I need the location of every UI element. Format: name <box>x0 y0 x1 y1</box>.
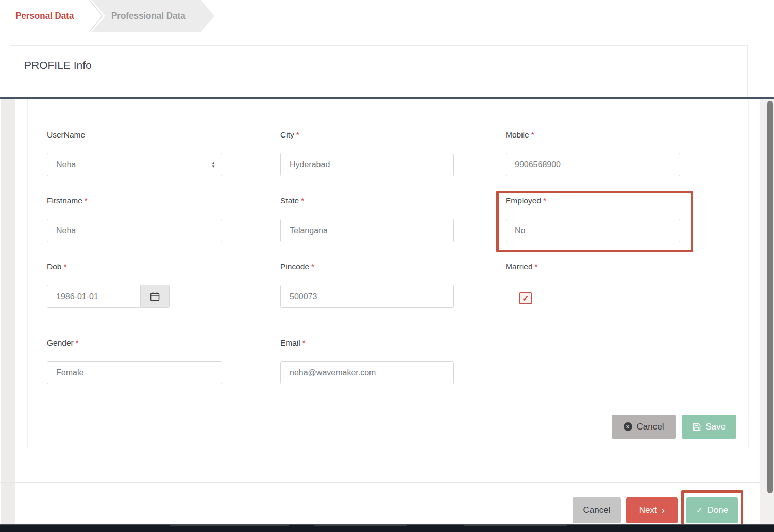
page-footer-divider <box>0 482 760 483</box>
firstname-label: Firstname <box>47 196 82 205</box>
required-asterisk: * <box>543 196 546 205</box>
tab-professional-data-label: Professional Data <box>111 11 186 21</box>
required-asterisk: * <box>76 338 79 347</box>
employed-field-group: Employed* <box>506 196 680 242</box>
firstname-input[interactable] <box>47 219 222 242</box>
email-label: Email <box>280 338 300 347</box>
married-checkbox[interactable]: ✓ <box>519 292 532 304</box>
chevron-right-icon: › <box>662 505 665 515</box>
required-asterisk: * <box>302 338 306 347</box>
city-label: City <box>280 130 294 139</box>
tab-professional-data[interactable]: Professional Data <box>92 0 214 32</box>
calendar-icon <box>150 291 160 301</box>
wizard-form-page: Personal Data Professional Data PROFILE … <box>0 0 774 532</box>
employed-input[interactable] <box>506 219 680 242</box>
dob-input[interactable] <box>47 285 141 308</box>
checkmark-icon: ✓ <box>522 293 529 304</box>
username-select[interactable]: Neha ▲▼ <box>47 153 222 176</box>
firstname-field-group: Firstname* <box>47 196 222 242</box>
wizard-cancel-label: Cancel <box>583 505 611 516</box>
gender-label: Gender <box>47 338 74 347</box>
left-edge-strip <box>1 99 15 524</box>
close-circle-icon: × <box>624 422 632 431</box>
save-floppy-icon <box>693 423 701 431</box>
username-label: UserName <box>47 130 85 139</box>
dob-label: Dob <box>47 262 61 271</box>
email-field-group: Email* <box>280 338 454 384</box>
tab-personal-data-label: Personal Data <box>15 11 74 21</box>
scrollbar-thumb[interactable] <box>767 101 773 493</box>
profile-form-card: UserName Neha ▲▼ City* Mobile* Firstname… <box>27 99 749 448</box>
band-smudge <box>314 525 407 526</box>
band-smudge <box>170 525 289 526</box>
dob-field-group: Dob* <box>47 262 170 308</box>
city-field-group: City* <box>280 130 454 176</box>
married-field-group: Married* ✓ <box>506 262 537 304</box>
city-input[interactable] <box>280 153 454 176</box>
page-title: PROFILE Info <box>24 59 92 72</box>
scrollbar-track[interactable] <box>760 99 774 524</box>
gender-field-group: Gender* <box>47 338 222 384</box>
required-asterisk: * <box>311 262 314 271</box>
email-input[interactable] <box>280 361 454 384</box>
state-input[interactable] <box>280 219 454 242</box>
required-asterisk: * <box>296 130 299 139</box>
username-field-group: UserName Neha ▲▼ <box>47 130 222 176</box>
select-arrows-icon: ▲▼ <box>211 161 215 168</box>
mobile-field-group: Mobile* <box>506 130 680 176</box>
required-asterisk: * <box>531 130 534 139</box>
pincode-field-group: Pincode* <box>280 262 454 308</box>
wizard-done-button[interactable]: ✓ Done <box>686 497 738 523</box>
pincode-label: Pincode <box>280 262 309 271</box>
wizard-step-bar: Personal Data Professional Data <box>0 0 774 32</box>
required-asterisk: * <box>63 262 66 271</box>
mobile-input[interactable] <box>506 153 680 176</box>
date-picker-button[interactable] <box>141 285 170 308</box>
gender-input[interactable] <box>47 361 222 384</box>
form-cancel-button[interactable]: × Cancel <box>612 415 676 439</box>
required-asterisk: * <box>535 262 538 271</box>
wizard-next-button[interactable]: Next › <box>626 497 678 523</box>
wizard-cancel-button[interactable]: Cancel <box>573 497 621 523</box>
band-smudge <box>464 525 567 526</box>
pincode-input[interactable] <box>280 285 454 308</box>
wizard-done-label: Done <box>707 505 728 516</box>
tab-personal-data[interactable]: Personal Data <box>0 0 90 32</box>
state-field-group: State* <box>280 196 454 242</box>
married-label: Married <box>506 262 533 271</box>
profile-info-panel: PROFILE Info <box>11 45 748 97</box>
form-cancel-label: Cancel <box>637 422 664 432</box>
required-asterisk: * <box>301 196 304 205</box>
form-save-label: Save <box>705 422 726 432</box>
form-footer-divider <box>28 403 748 403</box>
wizard-next-label: Next <box>639 505 657 516</box>
bottom-dark-band <box>0 524 774 532</box>
state-label: State <box>280 196 299 205</box>
username-value: Neha <box>56 160 76 169</box>
employed-label: Employed <box>506 196 541 205</box>
required-asterisk: * <box>85 196 88 205</box>
mobile-label: Mobile <box>506 130 529 139</box>
check-icon: ✓ <box>696 506 703 515</box>
form-save-button[interactable]: Save <box>682 415 736 439</box>
